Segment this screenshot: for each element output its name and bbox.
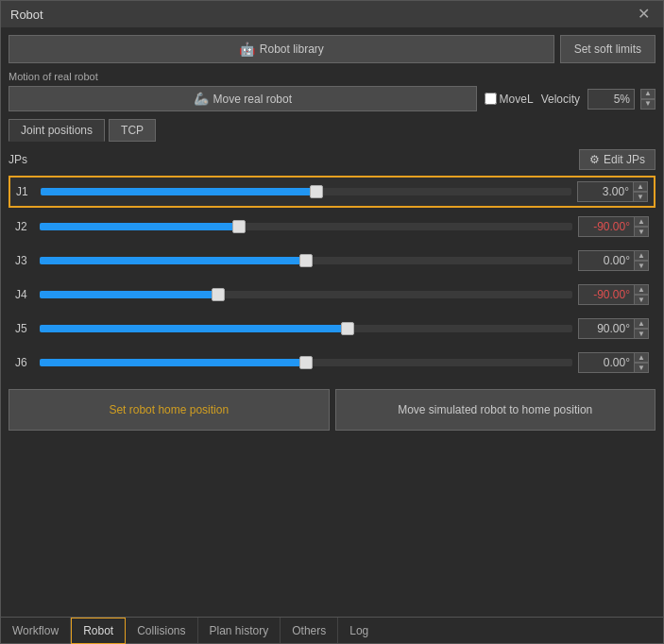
tab-joint-positions[interactable]: Joint positions <box>9 119 105 142</box>
j4-label: J4 <box>15 288 34 301</box>
j4-value-container: ▲ ▼ <box>578 284 649 305</box>
title-bar: Robot ✕ <box>1 1 663 27</box>
j6-value-input[interactable] <box>578 352 635 373</box>
j5-slider[interactable] <box>40 325 572 332</box>
joint-row-j5: J5 ▲ ▼ <box>9 314 655 344</box>
tab-tcp[interactable]: TCP <box>109 119 156 142</box>
j5-value-input[interactable] <box>578 318 635 339</box>
bottom-tab-workflow[interactable]: Workflow <box>1 618 71 643</box>
set-robot-home-label: Set robot home position <box>109 403 229 416</box>
j2-value-input[interactable] <box>578 216 635 237</box>
joint-row-j4: J4 ▲ ▼ <box>9 280 655 310</box>
j2-slider[interactable] <box>40 223 572 230</box>
tab-joint-positions-label: Joint positions <box>21 124 93 137</box>
move-simulated-home-button[interactable]: Move simulated robot to home position <box>335 389 656 431</box>
robot-window: Robot ✕ 🤖 Robot library Set soft limits … <box>0 0 664 644</box>
j4-slider[interactable] <box>40 291 572 298</box>
set-robot-home-button[interactable]: Set robot home position <box>9 389 330 431</box>
joint-row-j2: J2 ▲ ▼ <box>9 212 655 242</box>
movel-checkbox-label[interactable]: MoveL <box>485 93 534 106</box>
motion-section-label: Motion of real robot <box>9 71 655 82</box>
jps-header: JPs ⚙ Edit JPs <box>9 149 655 170</box>
move-real-robot-row: 🦾 Move real robot MoveL Velocity ▲ ▼ <box>9 86 655 111</box>
tab-tcp-label: TCP <box>121 124 144 137</box>
bottom-tab-plan-history-label: Plan history <box>210 624 269 637</box>
bottom-tab-log[interactable]: Log <box>338 618 380 643</box>
j1-value-container: ▲ ▼ <box>577 181 648 202</box>
j3-down-button[interactable]: ▼ <box>634 261 649 271</box>
move-real-robot-label: Move real robot <box>213 93 292 106</box>
edit-jps-label: Edit JPs <box>604 153 645 166</box>
jps-label: JPs <box>9 153 27 166</box>
j5-down-button[interactable]: ▼ <box>634 329 649 339</box>
j1-slider[interactable] <box>41 188 571 195</box>
content-area: 🤖 Robot library Set soft limits Motion o… <box>1 27 663 617</box>
j1-slider-wrapper <box>41 182 571 201</box>
robot-library-icon: 🤖 <box>239 42 255 57</box>
velocity-input[interactable] <box>587 89 635 110</box>
j6-spinner: ▲ ▼ <box>634 352 649 373</box>
j2-up-button[interactable]: ▲ <box>634 216 649 227</box>
velocity-up-button[interactable]: ▲ <box>640 89 655 99</box>
j3-label: J3 <box>15 254 34 267</box>
j2-label: J2 <box>15 220 34 233</box>
move-robot-icon: 🦾 <box>194 92 209 106</box>
j4-down-button[interactable]: ▼ <box>634 295 649 305</box>
set-soft-limits-label: Set soft limits <box>574 42 641 56</box>
edit-icon: ⚙ <box>589 153 600 166</box>
bottom-tab-collisions-label: Collisions <box>137 624 185 637</box>
j6-slider[interactable] <box>40 359 572 366</box>
j6-down-button[interactable]: ▼ <box>634 363 649 373</box>
j3-value-input[interactable] <box>578 250 635 271</box>
j6-up-button[interactable]: ▲ <box>634 352 649 363</box>
j2-down-button[interactable]: ▼ <box>634 227 649 237</box>
top-buttons-row: 🤖 Robot library Set soft limits <box>9 35 655 63</box>
j5-slider-wrapper <box>40 319 572 338</box>
movel-checkbox[interactable] <box>485 93 497 105</box>
j5-value-container: ▲ ▼ <box>578 318 649 339</box>
bottom-tab-collisions[interactable]: Collisions <box>126 618 197 643</box>
bottom-tab-log-label: Log <box>349 624 368 637</box>
bottom-tab-others[interactable]: Others <box>281 618 338 643</box>
edit-jps-button[interactable]: ⚙ Edit JPs <box>579 149 655 170</box>
movel-label: MoveL <box>500 93 534 106</box>
j2-slider-wrapper <box>40 217 572 236</box>
j3-slider[interactable] <box>40 257 572 264</box>
j2-spinner: ▲ ▼ <box>634 216 649 237</box>
velocity-down-button[interactable]: ▼ <box>640 99 655 110</box>
j4-spinner: ▲ ▼ <box>634 284 649 305</box>
j5-label: J5 <box>15 322 34 335</box>
j4-slider-wrapper <box>40 285 572 304</box>
velocity-label: Velocity <box>541 93 580 106</box>
joint-list: J1 ▲ ▼ J2 <box>9 176 655 381</box>
j4-up-button[interactable]: ▲ <box>634 284 649 295</box>
joint-row-j1: J1 ▲ ▼ <box>9 176 655 208</box>
j1-down-button[interactable]: ▼ <box>633 192 648 202</box>
robot-library-button[interactable]: 🤖 Robot library <box>9 35 554 63</box>
j5-up-button[interactable]: ▲ <box>634 318 649 329</box>
velocity-spinner: ▲ ▼ <box>640 89 655 110</box>
bottom-tab-others-label: Others <box>292 624 326 637</box>
window-title: Robot <box>10 8 43 22</box>
j3-spinner: ▲ ▼ <box>634 250 649 271</box>
j5-spinner: ▲ ▼ <box>634 318 649 339</box>
j3-value-container: ▲ ▼ <box>578 250 649 271</box>
close-button[interactable]: ✕ <box>634 5 654 24</box>
j4-value-input[interactable] <box>578 284 635 305</box>
spacer <box>9 431 655 609</box>
joint-row-j6: J6 ▲ ▼ <box>9 347 655 378</box>
j3-up-button[interactable]: ▲ <box>634 250 649 261</box>
j6-value-container: ▲ ▼ <box>578 352 649 373</box>
joint-tabs-row: Joint positions TCP <box>9 119 655 142</box>
bottom-tab-plan-history[interactable]: Plan history <box>198 618 281 643</box>
j3-slider-wrapper <box>40 251 572 270</box>
move-sim-home-label: Move simulated robot to home position <box>398 403 592 416</box>
bottom-tab-robot[interactable]: Robot <box>71 618 126 644</box>
j1-value-input[interactable] <box>577 181 634 202</box>
move-real-robot-button[interactable]: 🦾 Move real robot <box>9 86 477 111</box>
bottom-tabs: Workflow Robot Collisions Plan history O… <box>1 617 663 643</box>
set-soft-limits-button[interactable]: Set soft limits <box>560 35 655 63</box>
j1-up-button[interactable]: ▲ <box>633 181 648 192</box>
j1-label: J1 <box>16 185 35 198</box>
j2-value-container: ▲ ▼ <box>578 216 649 237</box>
